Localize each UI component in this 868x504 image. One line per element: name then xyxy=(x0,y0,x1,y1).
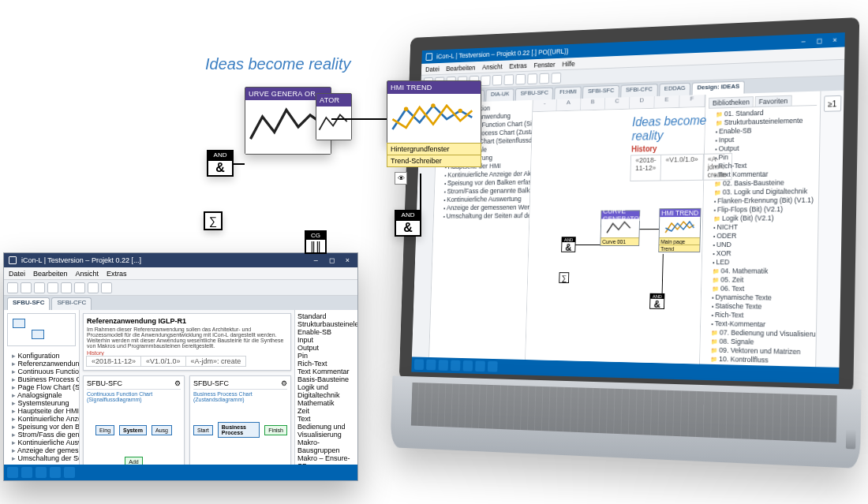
toolbar-button[interactable] xyxy=(527,73,537,84)
window-secondary[interactable]: iCon-L | Testversion – Projekt 0.22 [...… xyxy=(3,252,358,481)
tree-tab[interactable]: Bibliotheken xyxy=(709,96,754,108)
doc-tab[interactable]: SFBI-SFC xyxy=(583,85,619,99)
gear-icon[interactable]: ⚙ xyxy=(174,379,181,387)
toolbar-button[interactable] xyxy=(424,77,433,88)
library-tree[interactable]: StandardStrukturbausteinelemente Enable-… xyxy=(294,310,357,465)
toolbar-button[interactable] xyxy=(469,75,478,86)
block-hmi-trend[interactable]: HMI TREND Main page Trend xyxy=(658,208,701,252)
block-sigma[interactable]: ∑ xyxy=(559,272,569,283)
close-button[interactable]: × xyxy=(342,256,353,264)
menu-item[interactable]: Bearbeiten xyxy=(446,63,476,72)
toolbar-button[interactable] xyxy=(446,77,455,88)
doc-tab[interactable]: FI:HMI xyxy=(555,86,582,99)
menu-item[interactable]: Fenster xyxy=(533,61,555,69)
menu-item[interactable]: Ansicht xyxy=(76,270,99,278)
history-title: History xyxy=(631,143,732,154)
badge-ge1[interactable]: ≥1 xyxy=(824,95,841,112)
menu-item[interactable]: Datei xyxy=(9,270,25,278)
block-curve-generator[interactable]: ATOR xyxy=(316,93,352,140)
start-icon[interactable] xyxy=(414,359,424,370)
doc-tab[interactable]: DIAGRAM xyxy=(450,90,485,103)
laptop-screen: iCon-L | Testversion – Projekt 0.22 [.] … xyxy=(399,17,859,393)
block-curve-generator[interactable]: URVE GENERA OR xyxy=(245,87,331,155)
laptop-device: iCon-L | Testversion – Projekt 0.22 [.] … xyxy=(397,17,860,476)
gear-icon[interactable]: ⚙ xyxy=(281,379,287,387)
block-and[interactable]: AND& xyxy=(649,293,664,309)
toolbar-button[interactable] xyxy=(492,74,503,85)
nav-tree[interactable]: Konfiguration Referenzanwendung Continuo… xyxy=(4,310,80,465)
menu-item[interactable]: Datei xyxy=(425,65,440,73)
doc-tab[interactable]: SFBI-CFC xyxy=(620,84,657,97)
maximize-button[interactable]: ◻ xyxy=(813,36,825,45)
app-icon xyxy=(426,53,433,61)
maximize-button[interactable]: ◻ xyxy=(326,256,338,264)
block-sigma-big[interactable]: ∑ xyxy=(204,211,223,230)
laptop-keyboard xyxy=(390,376,861,469)
toolbar-button[interactable] xyxy=(481,75,491,86)
toolbar-button[interactable] xyxy=(539,73,549,84)
doc-tab[interactable]: SFBU-SFC xyxy=(515,88,553,101)
design-area[interactable]: Referenzanwendung IGLP-R1 Im Rahmen dies… xyxy=(80,310,294,465)
nav-tree-left[interactable]: Konfiguration Referenzanwendung Continuo… xyxy=(429,100,533,360)
block-and[interactable]: AND& xyxy=(561,237,576,252)
flow-node[interactable]: Eing xyxy=(95,425,114,435)
menu-item[interactable]: Ansicht xyxy=(482,62,503,70)
app-icon xyxy=(9,256,17,264)
minimize-button[interactable]: – xyxy=(311,256,321,264)
doc-title: Referenzanwendung IGLP-R1 xyxy=(87,317,186,325)
slogan-text: Ideas become reality xyxy=(631,113,733,144)
doc-tab[interactable]: SFBI-CFC xyxy=(51,297,92,310)
window-title: iCon-L | Testversion – Projekt 0.22 [...… xyxy=(21,256,141,264)
history-row: «2018-11-12»«V1.0/1.0»«A-jdm»: create xyxy=(630,153,732,181)
toolbar-button[interactable] xyxy=(515,73,526,84)
minimize-button[interactable]: – xyxy=(799,37,809,46)
block-and-big[interactable]: AND& xyxy=(207,150,234,177)
doc-tab[interactable]: EDDAG xyxy=(659,83,690,96)
block-curve-generator[interactable]: CURVE GENERATOR Curve 001 xyxy=(600,210,640,246)
tree-tab[interactable]: Favoriten xyxy=(755,95,792,106)
toolbar-button[interactable] xyxy=(435,77,444,88)
gutter-right: ≥1 xyxy=(815,91,844,368)
menu-item[interactable]: Hilfe xyxy=(562,60,574,68)
diagram-canvas[interactable]: Ideas become reality History «2018-11-12… xyxy=(526,107,705,364)
toolbar-button[interactable] xyxy=(458,76,467,87)
toolbar-button[interactable] xyxy=(551,73,561,84)
menu-item[interactable]: Extras xyxy=(509,62,527,69)
doc-tab[interactable]: SFBU-SFC xyxy=(7,297,50,310)
minimap[interactable] xyxy=(7,313,76,346)
flow-node[interactable]: Add xyxy=(125,457,142,465)
block-cg[interactable]: CG‖‖ xyxy=(305,230,327,254)
menu-item[interactable]: Extras xyxy=(107,270,127,278)
menu-item[interactable]: Bearbeiten xyxy=(33,270,68,278)
toolbar-button[interactable] xyxy=(504,74,514,85)
flow-node[interactable]: Ausg xyxy=(152,425,172,435)
doc-body: Im Rahmen dieser Referenzanwendung solle… xyxy=(87,327,287,349)
slogan-big: Ideas become reality xyxy=(205,55,351,73)
close-button[interactable]: × xyxy=(829,35,840,44)
doc-tab[interactable]: DIA-UK xyxy=(486,88,514,101)
doc-tab[interactable]: FI:HMI xyxy=(423,91,449,103)
